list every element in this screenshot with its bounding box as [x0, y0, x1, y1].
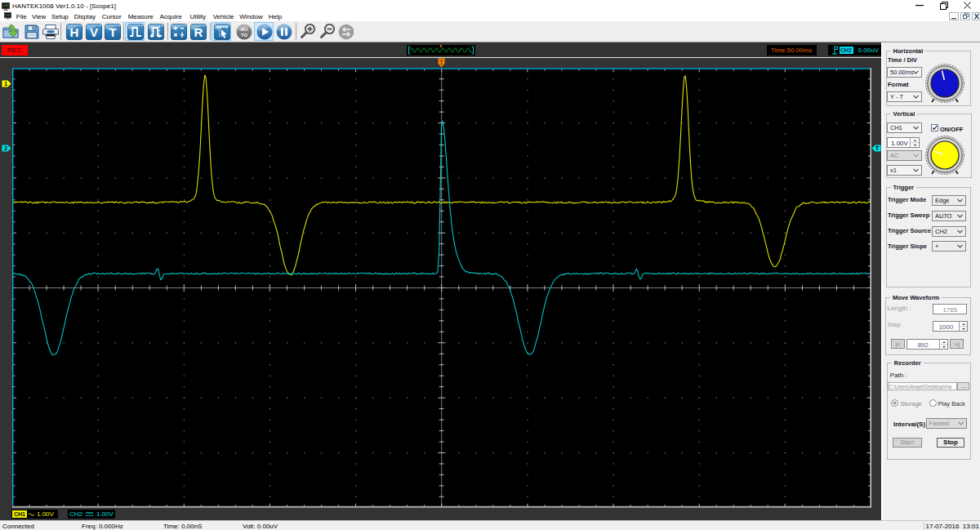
svg-text:AU: AU: [241, 27, 248, 32]
svg-text:H: H: [69, 25, 78, 39]
svg-text:T: T: [875, 145, 879, 152]
svg-text:TO: TO: [241, 33, 247, 38]
svg-text:2: 2: [4, 145, 7, 152]
svg-text:1: 1: [4, 80, 7, 87]
svg-text:R: R: [194, 25, 203, 39]
svg-text:V: V: [89, 25, 97, 39]
svg-text:T: T: [109, 25, 116, 39]
